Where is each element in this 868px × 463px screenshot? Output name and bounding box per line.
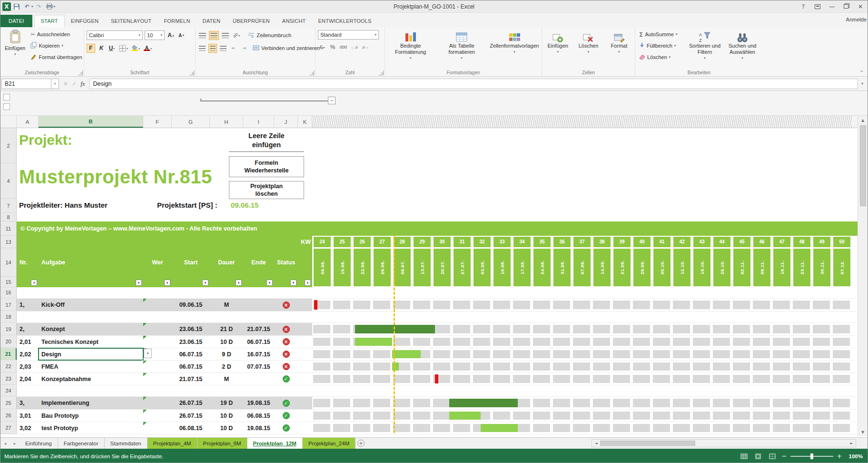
undo-icon[interactable]: ↶ <box>22 2 32 11</box>
ribbon-tab-seitenlayout[interactable]: SEITENLAYOUT <box>105 15 158 27</box>
cell-status[interactable] <box>274 312 298 322</box>
cell-kw[interactable] <box>298 323 312 335</box>
row-header-15[interactable]: 15 <box>0 277 17 287</box>
cell-kw[interactable] <box>298 312 312 322</box>
increase-decimal-button[interactable]: ←,0 <box>350 43 359 52</box>
cell-wer[interactable] <box>143 397 172 409</box>
merge-center-button[interactable]: Verbinden und zentrieren▾ <box>251 43 325 53</box>
scroll-left-icon[interactable]: ◄ <box>592 440 600 447</box>
row-header-18[interactable]: 18 <box>0 312 17 322</box>
active-cell[interactable]: Design▾ <box>39 348 143 360</box>
sheet-tab-einführung[interactable]: Einführung <box>20 438 58 449</box>
italic-button[interactable]: K <box>97 44 106 53</box>
cell-task-name[interactable]: Kick-Off <box>39 299 143 311</box>
ribbon-tab-daten[interactable]: DATEN <box>197 15 227 27</box>
cell-wer[interactable] <box>143 422 172 434</box>
conditional-formatting-button[interactable]: Bedingte Formatierung ▾ <box>387 29 434 69</box>
cell-dauer[interactable]: 9 D <box>210 348 243 360</box>
cell-start[interactable]: 06.07.15 <box>172 361 210 372</box>
align-center-button[interactable] <box>208 44 217 53</box>
row-header-24[interactable]: 24 <box>0 385 17 396</box>
narrow-column-headers[interactable] <box>312 116 852 128</box>
cell-nr[interactable]: 2,04 <box>17 373 39 385</box>
restore-formulas-button[interactable]: Formeln Wiederherstelle <box>229 156 304 177</box>
row-header-26[interactable]: 26 <box>0 410 17 422</box>
decrease-indent-button[interactable]: ⇤ <box>229 44 238 53</box>
cell-status[interactable]: ✓ <box>274 422 298 434</box>
cell-kw[interactable] <box>298 287 312 298</box>
cell-kw[interactable] <box>298 397 312 409</box>
scroll-right-icon[interactable]: ► <box>848 440 856 447</box>
cell-dauer[interactable] <box>210 312 243 322</box>
filter-button[interactable]: ▾ <box>31 280 37 286</box>
cell-ende[interactable] <box>243 385 274 396</box>
gantt-bar[interactable] <box>392 350 421 358</box>
redo-icon[interactable]: ↷ <box>34 2 44 11</box>
percent-style-button[interactable]: % <box>328 43 337 52</box>
cell-dauer[interactable] <box>210 385 243 396</box>
new-sheet-button[interactable]: + <box>355 438 366 449</box>
filter-button[interactable]: ▾ <box>266 280 273 286</box>
cell-start[interactable] <box>172 385 210 396</box>
filter-button[interactable]: ▾ <box>202 280 208 286</box>
maximize-icon[interactable] <box>839 1 853 12</box>
filter-button[interactable]: ▾ <box>164 280 170 286</box>
cell-dauer[interactable]: 10 D <box>210 410 243 422</box>
cell-task-name[interactable]: FMEA <box>39 361 143 372</box>
fill-handle[interactable] <box>142 359 144 361</box>
horizontal-scroll-thumb[interactable] <box>600 441 695 446</box>
page-break-view-icon[interactable] <box>767 452 778 461</box>
row-header-2[interactable]: 2 <box>0 128 17 163</box>
column-header-a[interactable]: A <box>17 116 39 128</box>
page-layout-view-icon[interactable] <box>752 452 764 461</box>
fill-button[interactable]: Füllbereich▾ <box>638 41 685 50</box>
cell-task-name[interactable]: test Prototyp <box>39 422 143 434</box>
cell-kw[interactable] <box>298 348 312 360</box>
cell-start[interactable]: 09.06.15 <box>172 299 210 311</box>
vertical-scrollbar[interactable]: ▲ ▼ <box>858 116 868 436</box>
ribbon-tab-einfügen[interactable]: EINFÜGEN <box>65 15 105 27</box>
row-header-25[interactable]: 25 <box>0 397 17 409</box>
row-header-7[interactable]: 7 <box>0 199 17 213</box>
cell-status[interactable]: ✓ <box>274 410 298 422</box>
filter-button[interactable]: ▾ <box>290 280 296 286</box>
row-header-14[interactable]: 14 <box>0 248 17 277</box>
cell-wer[interactable] <box>143 287 172 298</box>
sheet-tab-projektplan_12m[interactable]: Projektplan_12M <box>247 438 303 449</box>
cell-start[interactable]: 06.07.15 <box>172 348 210 360</box>
cell-wer[interactable] <box>143 373 172 385</box>
cell-dauer[interactable]: 10 D <box>210 336 243 348</box>
collapse-group-button[interactable]: − <box>328 97 335 104</box>
format-as-table-button[interactable]: Als Tabelle formatieren ▾ <box>439 29 485 69</box>
grow-font-button[interactable]: A▲ <box>167 31 175 40</box>
ribbon-tab-start[interactable]: START <box>34 15 65 27</box>
insert-cells-button[interactable]: Einfügen ▾ <box>544 29 571 69</box>
cell-kw[interactable] <box>298 299 312 311</box>
dialog-launcher-icon[interactable]: ↘ <box>189 70 194 75</box>
cell-start[interactable]: 23.06.15 <box>172 336 210 348</box>
cell-nr[interactable]: 2,01 <box>17 336 39 348</box>
cell-wer[interactable] <box>143 312 172 322</box>
delete-plan-button[interactable]: Projektplan löschen <box>229 181 304 199</box>
cell-ende[interactable]: 19.08.15 <box>243 422 274 434</box>
cell-kw[interactable] <box>298 410 312 422</box>
dialog-launcher-icon[interactable]: ↘ <box>78 70 83 75</box>
row-header-27[interactable]: 27 <box>0 422 17 434</box>
name-box-dropdown-icon[interactable]: ▾ <box>51 79 59 89</box>
filter-button[interactable]: ▾ <box>136 280 142 286</box>
cell-start[interactable]: 23.06.15 <box>172 323 210 335</box>
cell-ende[interactable] <box>243 312 274 322</box>
cell-kw[interactable] <box>298 422 312 434</box>
qat-customize-icon[interactable]: ▾ <box>54 5 56 9</box>
zoom-slider-thumb[interactable] <box>810 453 813 459</box>
cell-dauer[interactable]: M <box>210 299 243 311</box>
expand-formula-bar-icon[interactable]: ▾ <box>858 81 867 86</box>
cell-dauer[interactable]: 2 D <box>210 361 243 372</box>
dialog-launcher-icon[interactable]: ↘ <box>309 70 314 75</box>
row-header-23[interactable]: 23 <box>0 373 17 385</box>
cell-dauer[interactable]: 21 D <box>210 323 243 335</box>
row-header-17[interactable]: 17 <box>0 299 17 311</box>
minimize-icon[interactable]: — <box>825 1 839 12</box>
normal-view-icon[interactable] <box>738 452 750 461</box>
filter-button[interactable]: ▾ <box>236 280 242 286</box>
